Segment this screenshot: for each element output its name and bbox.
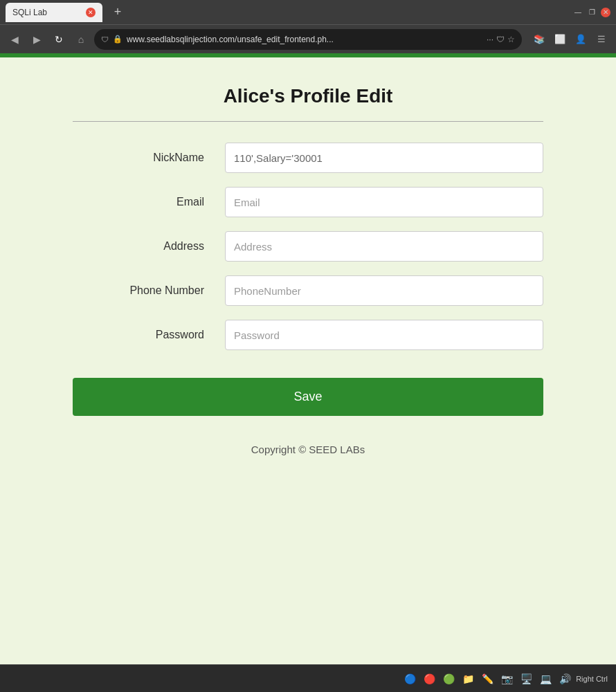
new-tab-button[interactable]: + bbox=[108, 3, 127, 22]
email-group: Email bbox=[73, 187, 543, 217]
back-button[interactable]: ◀ bbox=[6, 30, 24, 48]
refresh-button[interactable]: ↻ bbox=[50, 30, 68, 48]
password-group: Password bbox=[73, 320, 543, 350]
tabs-icon[interactable]: ⬜ bbox=[551, 30, 569, 48]
profile-icon[interactable]: 👤 bbox=[572, 30, 590, 48]
save-button[interactable]: Save bbox=[73, 378, 543, 416]
lock-icon: 🔒 bbox=[113, 35, 123, 44]
password-input[interactable] bbox=[225, 320, 543, 350]
taskbar-icon-1[interactable]: 🔵 bbox=[401, 671, 418, 687]
home-button[interactable]: ⌂ bbox=[72, 30, 90, 48]
form-container: Alice's Profile Edit NickName Email Addr… bbox=[59, 57, 557, 483]
address-bar: ◀ ▶ ↻ ⌂ 🛡 🔒 www.seedlabsqlinjection.com/… bbox=[0, 24, 616, 53]
page-content: Alice's Profile Edit NickName Email Addr… bbox=[0, 57, 616, 664]
address-input[interactable] bbox=[225, 231, 543, 262]
taskbar-icon-7[interactable]: 🖥️ bbox=[518, 671, 534, 687]
email-label: Email bbox=[73, 196, 225, 208]
close-button[interactable]: ✕ bbox=[601, 8, 610, 17]
taskbar-icon-4[interactable]: 📁 bbox=[460, 671, 476, 687]
address-label: Address bbox=[73, 240, 225, 253]
phone-group: Phone Number bbox=[73, 275, 543, 306]
browser-tab[interactable]: SQLi Lab ✕ bbox=[6, 3, 102, 22]
forward-button[interactable]: ▶ bbox=[28, 30, 46, 48]
taskbar-icon-2[interactable]: 🔴 bbox=[421, 671, 437, 687]
divider bbox=[73, 121, 543, 122]
taskbar-icon-8[interactable]: 💻 bbox=[537, 671, 554, 687]
taskbar-icon-6[interactable]: 📷 bbox=[498, 671, 515, 687]
url-more-icon[interactable]: ··· bbox=[487, 35, 493, 44]
shield-icon: 🛡 bbox=[496, 35, 505, 44]
browser-window: SQLi Lab ✕ + — ❐ ✕ ◀ ▶ ↻ ⌂ 🛡 🔒 www.seedl… bbox=[0, 0, 616, 692]
phone-label: Phone Number bbox=[73, 284, 225, 297]
menu-icon[interactable]: ☰ bbox=[592, 30, 610, 48]
nickname-input[interactable] bbox=[225, 143, 543, 173]
minimize-button[interactable]: — bbox=[573, 8, 583, 17]
toolbar-right: 📚 ⬜ 👤 ☰ bbox=[530, 30, 610, 48]
nickname-label: NickName bbox=[73, 152, 225, 164]
url-bar[interactable]: 🛡 🔒 www.seedlabsqlinjection.com/unsafe_e… bbox=[94, 29, 522, 50]
url-actions: ··· 🛡 ☆ bbox=[487, 35, 515, 44]
taskbar: 🔵 🔴 🟢 📁 ✏️ 📷 🖥️ 💻 🔊 Right Ctrl bbox=[0, 664, 616, 692]
email-input[interactable] bbox=[225, 187, 543, 217]
url-text: www.seedlabsqlinjection.com/unsafe_edit_… bbox=[127, 35, 334, 44]
bookmark-icon[interactable]: ☆ bbox=[507, 35, 515, 44]
password-label: Password bbox=[73, 329, 225, 341]
title-bar: SQLi Lab ✕ + — ❐ ✕ bbox=[0, 0, 616, 24]
security-icon: 🛡 bbox=[101, 35, 109, 44]
taskbar-icon-9[interactable]: 🔊 bbox=[556, 671, 573, 687]
address-group: Address bbox=[73, 231, 543, 262]
tab-title: SQLi Lab bbox=[12, 8, 47, 17]
maximize-button[interactable]: ❐ bbox=[587, 8, 597, 17]
tab-close-button[interactable]: ✕ bbox=[86, 8, 96, 17]
page-title: Alice's Profile Edit bbox=[73, 85, 543, 107]
copyright-text: Copyright © SEED LABs bbox=[73, 444, 543, 455]
taskbar-text: Right Ctrl bbox=[576, 675, 608, 683]
taskbar-icon-3[interactable]: 🟢 bbox=[440, 671, 457, 687]
phone-input[interactable] bbox=[225, 275, 543, 306]
nickname-group: NickName bbox=[73, 143, 543, 173]
bookmarks-icon[interactable]: 📚 bbox=[530, 30, 548, 48]
window-controls: — ❐ ✕ bbox=[573, 8, 610, 17]
taskbar-icon-5[interactable]: ✏️ bbox=[479, 671, 496, 687]
